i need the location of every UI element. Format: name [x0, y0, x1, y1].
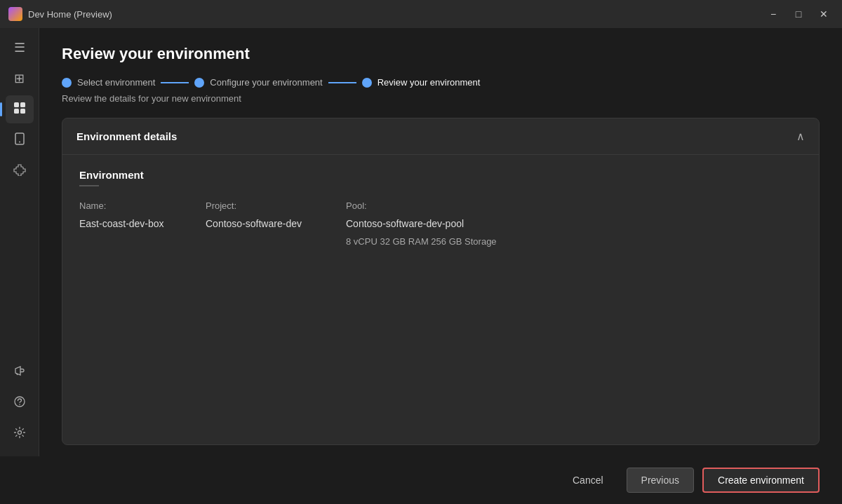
card-header: Environment details ∧ — [62, 118, 819, 155]
section-title: Environment — [79, 169, 802, 181]
step-review: Review your environment — [362, 77, 481, 88]
svg-point-7 — [19, 404, 20, 405]
titlebar: Dev Home (Preview) − □ ✕ — [0, 0, 842, 28]
extensions-icon — [13, 163, 26, 179]
app-body: ☰ ⊞ — [0, 28, 842, 456]
sidebar-item-extensions[interactable] — [6, 157, 34, 185]
name-label: Name: — [79, 200, 206, 211]
create-environment-button[interactable]: Create environment — [702, 468, 820, 493]
svg-point-6 — [15, 397, 25, 407]
svg-rect-4 — [15, 133, 24, 144]
environments-icon — [13, 101, 27, 118]
step-dot-review — [362, 78, 372, 88]
sidebar-item-announcements[interactable] — [6, 358, 34, 386]
stepper: Select environment Configure your enviro… — [62, 77, 820, 88]
main-content: Review your environment Select environme… — [39, 28, 842, 456]
page-title: Review your environment — [62, 45, 820, 63]
step-label-configure: Configure your environment — [210, 77, 322, 88]
dashboard-icon: ⊞ — [14, 71, 25, 86]
card-body: Environment Name: East-coast-dev-box Pro… — [62, 155, 819, 444]
page-subtitle: Review the details for your new environm… — [62, 93, 820, 104]
sidebar-item-settings[interactable] — [6, 420, 34, 448]
pool-specs: 8 vCPU 32 GB RAM 256 GB Storage — [346, 236, 802, 247]
sidebar-item-menu[interactable]: ☰ — [6, 34, 34, 62]
sidebar-item-feedback[interactable] — [6, 389, 34, 417]
details-grid: Name: East-coast-dev-box Project: Contos… — [79, 200, 802, 247]
pool-label: Pool: — [346, 200, 802, 211]
announcements-icon — [13, 365, 26, 381]
step-dot-select — [62, 78, 72, 88]
sidebar-item-environments[interactable] — [6, 95, 34, 123]
pool-column: Pool: Contoso-software-dev-pool 8 vCPU 3… — [346, 200, 802, 247]
close-button[interactable]: ✕ — [814, 4, 834, 24]
chevron-up-icon[interactable]: ∧ — [796, 130, 805, 143]
window-controls: − □ ✕ — [763, 4, 834, 24]
step-connector-1 — [161, 82, 189, 83]
svg-rect-2 — [14, 109, 19, 114]
step-connector-2 — [328, 82, 356, 83]
name-column: Name: East-coast-dev-box — [79, 200, 206, 247]
name-value: East-coast-dev-box — [79, 218, 206, 229]
svg-rect-1 — [20, 102, 25, 107]
app-title: Dev Home (Preview) — [28, 9, 112, 20]
svg-rect-3 — [20, 109, 25, 114]
svg-point-8 — [18, 430, 21, 434]
section-underline — [79, 185, 99, 186]
app-icon — [8, 7, 22, 21]
step-dot-configure — [194, 78, 204, 88]
step-label-select: Select environment — [77, 77, 155, 88]
sidebar: ☰ ⊞ — [0, 28, 39, 456]
project-label: Project: — [206, 200, 346, 211]
sidebar-item-device[interactable] — [6, 126, 34, 154]
svg-rect-0 — [14, 102, 19, 107]
card-header-title: Environment details — [76, 130, 177, 142]
minimize-button[interactable]: − — [763, 4, 783, 24]
cancel-button[interactable]: Cancel — [558, 468, 618, 493]
step-label-review: Review your environment — [377, 77, 481, 88]
footer: Cancel Previous Create environment — [0, 456, 842, 504]
pool-value: Contoso-software-dev-pool — [346, 218, 802, 229]
sidebar-item-dashboard[interactable]: ⊞ — [6, 64, 34, 93]
environment-details-card: Environment details ∧ Environment Name: … — [62, 118, 820, 445]
step-configure: Configure your environment — [194, 77, 322, 88]
svg-point-5 — [19, 141, 20, 142]
menu-icon: ☰ — [14, 40, 25, 55]
maximize-button[interactable]: □ — [789, 4, 808, 24]
previous-button[interactable]: Previous — [627, 468, 694, 493]
settings-icon — [13, 426, 26, 442]
step-select: Select environment — [62, 77, 155, 88]
feedback-icon — [13, 395, 26, 411]
device-icon — [13, 132, 26, 149]
project-value: Contoso-software-dev — [206, 218, 346, 229]
project-column: Project: Contoso-software-dev — [206, 200, 346, 247]
